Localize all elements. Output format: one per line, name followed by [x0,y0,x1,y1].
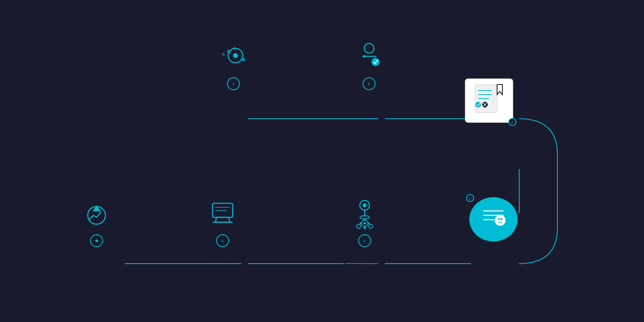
integrate-icon [217,40,250,74]
integrate-label: Integrate website with marketing automat… [197,95,270,122]
golive-step: ★ Go-Live [80,197,113,261]
svg-point-10 [242,58,245,61]
golive-icon [80,197,113,231]
svg-point-37 [369,224,373,228]
golive-label: Go-Live [85,252,109,261]
svg-point-18 [475,102,481,107]
setup-step: ‹ Setup & continuetrigger/events [338,197,391,270]
svg-marker-20 [497,85,502,95]
design-journey-step: › Design a customerjourney map [340,40,398,113]
test-step: ‹ Test & Pilot [205,197,240,261]
golive-connector: ★ [90,234,103,247]
svg-rect-32 [364,219,365,221]
svg-rect-35 [367,223,369,224]
integrate-connector: › [227,77,240,90]
svg-marker-12 [362,55,365,58]
svg-point-31 [363,222,366,225]
svg-point-26 [501,218,503,220]
svg-point-9 [233,53,238,58]
craft-corner-dot: ↙ [466,194,474,202]
svg-rect-33 [364,227,365,229]
setup-connector: ‹ [358,234,371,247]
craft-box: ↙ [469,197,518,242]
svg-point-11 [364,43,374,53]
design-journey-label: Design a customerjourney map [340,95,398,113]
svg-point-24 [495,215,506,226]
setup-icon [349,197,381,231]
test-label: Test & Pilot [205,252,240,261]
test-icon [206,197,239,231]
svg-point-6 [222,53,225,56]
setup-label: Setup & continuetrigger/events [338,252,391,270]
diagram-container: › Integrate website with marketing autom… [0,0,644,322]
svg-point-36 [357,224,361,228]
svg-rect-34 [360,223,362,224]
flow-lines [0,0,644,322]
integrate-step: › Integrate website with marketing autom… [197,40,270,122]
svg-point-13 [372,58,380,66]
test-connector: ‹ [216,234,229,247]
design-email-card: ↙ Designemail templates [465,78,513,146]
svg-point-25 [498,218,500,220]
design-journey-icon [353,40,385,74]
design-email-box: ↙ [465,78,513,123]
craft-card: ↙ Craft compellingmessages & offers [465,197,522,264]
svg-marker-43 [93,205,101,211]
email-corner-dot: ↙ [508,118,516,126]
svg-point-28 [363,203,367,207]
design-email-label: Designemail templates [465,128,513,146]
craft-label: Craft compellingmessages & offers [465,246,522,264]
design-journey-connector: › [363,77,376,90]
